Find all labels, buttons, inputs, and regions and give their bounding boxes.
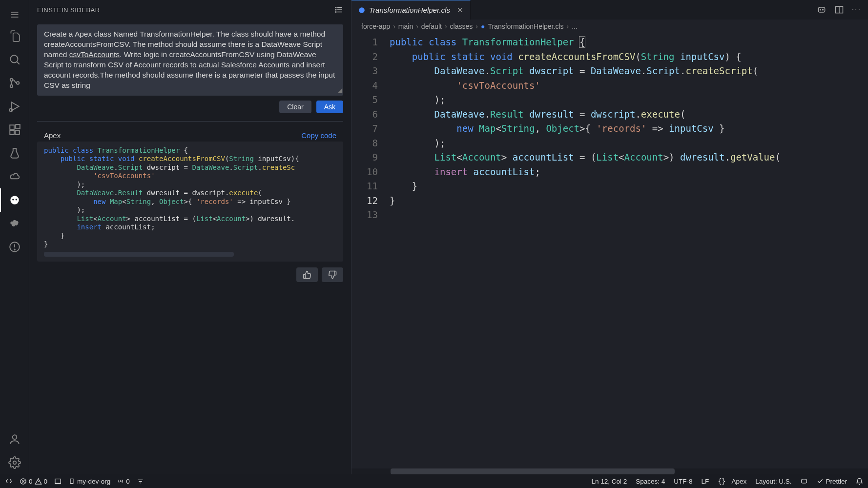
svg-rect-13 <box>16 124 20 129</box>
eol[interactable]: LF <box>702 478 709 485</box>
breadcrumb-item[interactable]: TransformationHelper.cls <box>488 22 563 30</box>
breadcrumb-item[interactable]: ... <box>572 22 578 30</box>
status-bar: 0 0 my-dev-org 0 Ln 12, Col 2 Spaces: 4 … <box>0 474 868 488</box>
svg-point-19 <box>14 249 15 250</box>
tab-transformationhelper[interactable]: TransformationHelper.cls ✕ <box>351 0 471 20</box>
cloud-icon[interactable] <box>0 165 29 188</box>
menu-icon[interactable] <box>3 5 26 24</box>
resize-handle-icon[interactable]: ◢ <box>338 86 342 94</box>
svg-line-4 <box>17 62 19 64</box>
source-control-icon[interactable] <box>0 71 29 95</box>
account-icon[interactable] <box>0 427 29 451</box>
svg-point-42 <box>120 481 121 482</box>
indentation[interactable]: Spaces: 4 <box>636 478 665 485</box>
svg-rect-11 <box>10 130 14 135</box>
clear-button[interactable]: Clear <box>279 101 311 113</box>
apex-file-icon <box>358 7 365 14</box>
org-indicator[interactable]: my-dev-org <box>68 478 110 485</box>
settings-icon[interactable] <box>0 451 29 474</box>
generated-code-block: public class TransformationHelper { publ… <box>37 142 343 262</box>
chevron-right-icon: › <box>567 22 569 30</box>
warning-icon[interactable] <box>0 235 29 259</box>
breadcrumb-item[interactable]: default <box>421 22 442 30</box>
line-gutter: 1234 5678 910111213 <box>351 35 390 468</box>
sidebar-title: EINSTEIN SIDEBAR <box>37 6 100 14</box>
svg-point-6 <box>10 85 12 87</box>
ports-indicator[interactable]: 0 <box>117 478 130 485</box>
svg-point-21 <box>13 461 16 465</box>
svg-point-15 <box>12 199 14 200</box>
cursor-position[interactable]: Ln 12, Col 2 <box>592 478 627 485</box>
problems-indicator[interactable]: 0 0 <box>20 478 47 485</box>
svg-point-9 <box>9 108 13 112</box>
svg-point-5 <box>10 79 12 81</box>
tabs-row: TransformationHelper.cls ✕ ··· <box>351 0 868 20</box>
svg-point-3 <box>10 55 18 62</box>
ask-button[interactable]: Ask <box>316 101 343 113</box>
copy-code-link[interactable]: Copy code <box>301 131 336 140</box>
remote-icon[interactable] <box>5 477 13 485</box>
testing-icon[interactable] <box>0 142 29 165</box>
svg-rect-40 <box>70 479 73 483</box>
svg-rect-10 <box>10 125 14 129</box>
search-icon[interactable] <box>0 48 29 71</box>
einstein-icon[interactable] <box>0 188 29 212</box>
svg-point-14 <box>10 196 19 204</box>
svg-point-27 <box>335 12 336 13</box>
debug-icon[interactable] <box>0 95 29 118</box>
explorer-icon[interactable] <box>0 24 29 48</box>
copilot-status-icon[interactable] <box>800 477 808 485</box>
thumbs-up-button[interactable] <box>296 267 318 282</box>
horizontal-scrollbar[interactable] <box>44 252 234 257</box>
chevron-right-icon: › <box>416 22 418 30</box>
chevron-right-icon: › <box>475 22 478 30</box>
svg-point-20 <box>12 435 17 439</box>
list-icon[interactable] <box>334 5 343 14</box>
code-language-label: Apex <box>44 131 61 140</box>
svg-point-28 <box>359 7 365 13</box>
svg-point-7 <box>16 81 19 84</box>
more-icon[interactable]: ··· <box>852 5 861 14</box>
prompt-input[interactable]: Create a Apex class Named Transformation… <box>37 24 343 96</box>
chevron-right-icon: › <box>445 22 447 30</box>
thumbs-down-button[interactable] <box>322 267 343 282</box>
svg-rect-29 <box>818 7 825 12</box>
tab-label: TransformationHelper.cls <box>369 6 450 14</box>
salesforce-icon[interactable] <box>0 212 29 235</box>
chevron-right-icon: › <box>393 22 395 30</box>
extensions-icon[interactable] <box>0 118 29 142</box>
svg-point-31 <box>822 9 823 10</box>
copilot-icon[interactable] <box>817 5 827 15</box>
svg-point-30 <box>820 9 821 10</box>
language-mode[interactable]: {} Apex <box>718 477 746 485</box>
prettier-status[interactable]: Prettier <box>817 478 847 485</box>
editor-horizontal-scrollbar[interactable] <box>351 468 868 474</box>
breadcrumb-item[interactable]: force-app <box>361 22 390 30</box>
filter-icon[interactable] <box>137 478 144 485</box>
bell-icon[interactable] <box>856 478 863 485</box>
svg-rect-46 <box>802 479 807 483</box>
svg-point-26 <box>335 9 336 10</box>
svg-rect-12 <box>15 130 20 135</box>
activity-bar <box>0 0 29 474</box>
close-icon[interactable]: ✕ <box>457 6 463 15</box>
editor-area: TransformationHelper.cls ✕ ··· force-app… <box>351 0 868 474</box>
encoding[interactable]: UTF-8 <box>674 478 692 485</box>
svg-point-25 <box>335 7 336 8</box>
svg-point-16 <box>15 199 17 200</box>
einstein-sidebar: EINSTEIN SIDEBAR Create a Apex class Nam… <box>29 0 351 474</box>
breadcrumb-item[interactable]: main <box>398 22 413 30</box>
keyboard-layout[interactable]: Layout: U.S. <box>755 478 791 485</box>
breadcrumbs[interactable]: force-app › main › default › classes › ●… <box>351 20 868 33</box>
code-content[interactable]: public class TransformationHelper { publ… <box>390 35 868 468</box>
layout-icon[interactable] <box>54 478 62 485</box>
breadcrumb-item[interactable]: classes <box>450 22 473 30</box>
apex-file-icon: ● <box>481 22 485 30</box>
split-editor-icon[interactable] <box>834 5 844 15</box>
code-editor[interactable]: 1234 5678 910111213 public class Transfo… <box>351 33 868 468</box>
